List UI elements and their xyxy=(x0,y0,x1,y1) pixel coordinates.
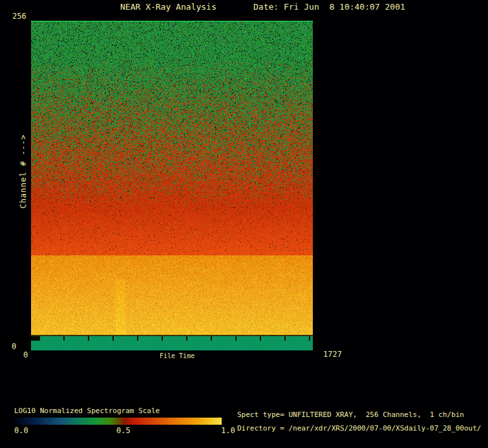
y-axis-min-label: 0 xyxy=(12,343,16,351)
app-window: NEAR X-Ray Analysis Date: Fri Jun 8 10:4… xyxy=(0,0,488,448)
directory-label: Directory = /near/xdr/XRS/2000/07-00/XSd… xyxy=(237,425,482,432)
colorbar-gradient xyxy=(14,418,222,425)
y-axis-label: Channel # ---> xyxy=(19,134,28,208)
colorbar-tick-max: 1.0 xyxy=(221,427,235,435)
date-label: Date: Fri Jun 8 10:40:07 2001 xyxy=(253,3,405,12)
spect-type-label: Spect type= UNFILTERED XRAY, 256 Channel… xyxy=(237,411,464,419)
y-axis-max-label: 256 xyxy=(12,12,27,21)
colorbar-tick-mid: 0.5 xyxy=(116,427,131,435)
x-axis-max-label: 1727 xyxy=(323,350,342,359)
x-axis-label: File Time xyxy=(160,352,195,359)
colorbar-title: LOG10 Normalized Spectrogram Scale xyxy=(14,407,160,415)
x-axis-min-label: 0 xyxy=(23,351,28,359)
app-title: NEAR X-Ray Analysis xyxy=(120,3,217,12)
colorbar-tick-min: 0.0 xyxy=(14,427,28,435)
spectrogram-image[interactable] xyxy=(31,21,313,350)
